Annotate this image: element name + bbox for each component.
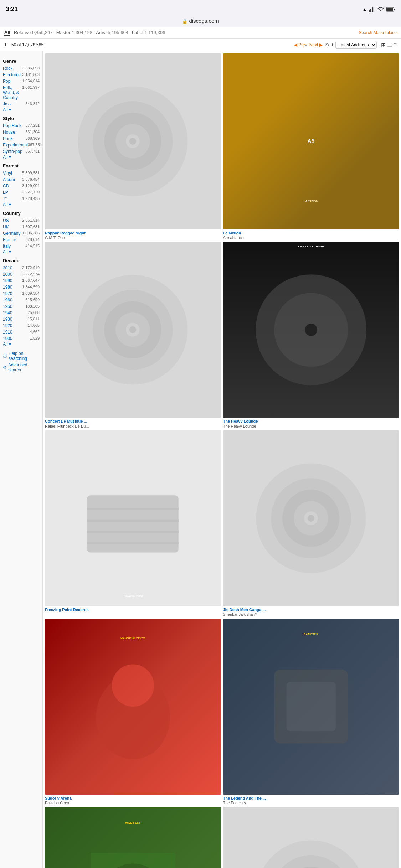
list-item[interactable]: PASSION COCO Sudor y Arena Passion Coco [45,619,221,805]
style-all[interactable]: All ▾ [3,155,40,160]
sidebar-item-poprock[interactable]: Pop Rock 577,251 [3,123,40,129]
sidebar-item-album[interactable]: Album 3,576,454 [3,176,40,183]
sort-label: Sort [325,42,333,47]
sidebar-item-folk[interactable]: Folk, World, & Country 1,061,997 [3,84,40,101]
sidebar-item-2010[interactable]: 2010 2,172,919 [3,265,40,271]
svg-rect-2 [372,7,373,12]
item-title: The Legend And The ... [223,796,399,801]
sidebar-item-pop[interactable]: Pop 1,954,614 [3,78,40,84]
album-cover [45,53,221,229]
sidebar-item-1930[interactable]: 1930 15,811 [3,316,40,322]
sidebar-item-1960[interactable]: 1960 615,699 [3,297,40,303]
list-item[interactable]: Rappin' Reggae Night G.M.T. One [45,53,221,240]
help-icon: ⓘ [3,353,7,359]
item-artist: Armablanca [223,236,399,240]
sidebar-item-1980[interactable]: 1980 1,344,599 [3,284,40,290]
svg-rect-3 [373,7,374,12]
format-title: Format [3,163,40,169]
album-cover [223,807,399,868]
list-item[interactable]: Die Story Von Der Bla... Hein Riess [223,807,399,868]
tab-release[interactable]: Release 9,459,247 [14,30,53,35]
wifi-icon [377,7,384,12]
album-cover: PASSION COCO [45,619,221,795]
sidebar-item-1970[interactable]: 1970 1,039,384 [3,290,40,297]
album-cover [45,242,221,418]
sidebar-item-italy[interactable]: Italy 414,515 [3,243,40,249]
album-cover: A5 LA MISION [223,53,399,229]
sidebar-item-1990[interactable]: 1990 1,867,647 [3,278,40,284]
country-all[interactable]: All ▾ [3,249,40,254]
sidebar-item-2000[interactable]: 2000 2,272,574 [3,271,40,278]
item-title: The Heavy Lounge [223,419,399,424]
search-tabs: All Release 9,459,247 Master 1,304,128 A… [0,27,401,39]
album-cover [223,430,399,606]
tab-artist[interactable]: Artist 5,195,904 [96,30,128,35]
list-item[interactable]: FREEZING POINT Freezing Point Records [45,430,221,617]
main-layout: Genre Rock 3,686,653 Electronic 3,181,80… [0,51,401,868]
list-item[interactable]: WILD FEST Wild West Show The Tubes [45,807,221,868]
next-button[interactable]: Next ▶ [309,42,323,47]
item-title: La Misión [223,231,399,236]
advanced-search-link[interactable]: ⚙ Advanced search [3,362,40,372]
svg-rect-0 [369,10,370,12]
format-all[interactable]: All ▾ [3,202,40,207]
item-title: Concert De Musique ... [45,419,221,424]
tab-all[interactable]: All [4,30,10,36]
marketplace-button[interactable]: Search Marketplace [359,30,397,35]
item-title: Jis Desh Men Ganga ... [223,607,399,612]
sidebar-item-1940[interactable]: 1940 25,688 [3,310,40,316]
sidebar-item-experimental[interactable]: Experimental 367,851 [3,142,40,148]
detail-view-icon[interactable]: ≡ [394,42,397,48]
sidebar-item-rock[interactable]: Rock 3,686,653 [3,65,40,72]
tab-master[interactable]: Master 1,304,128 [56,30,92,35]
item-title: Rappin' Reggae Night [45,231,221,236]
genre-all[interactable]: All ▾ [3,107,40,112]
sidebar-item-1950[interactable]: 1950 188,285 [3,303,40,310]
sidebar-item-punk[interactable]: Punk 368,969 [3,135,40,142]
svg-point-12 [129,138,136,145]
sidebar-item-1900[interactable]: 1900 1,529 [3,335,40,342]
list-item[interactable]: A5 LA MISION La Misión Armablanca [223,53,399,240]
results-grid: Rappin' Reggae Night G.M.T. One A5 LA MI… [45,53,399,868]
item-title: Freezing Point Records [45,607,221,612]
results-header: 1 – 50 of 17,078,585 ◀ Prev Next ▶ Sort … [0,39,401,51]
sidebar-item-vinyl[interactable]: Vinyl 5,399,581 [3,170,40,176]
list-view-icon[interactable]: ☰ [387,42,392,48]
sidebar-item-house[interactable]: House 531,304 [3,129,40,135]
grid-view-icon[interactable]: ⊞ [381,42,386,48]
sidebar-help: ⓘ Help on searching ⚙ Advanced search [3,351,40,372]
location-icon: ▲ [363,7,367,12]
sidebar-item-synthpop[interactable]: Synth-pop 367,731 [3,148,40,155]
svg-rect-1 [370,9,371,12]
sidebar-item-france[interactable]: France 528,014 [3,237,40,243]
list-item[interactable]: Jis Desh Men Ganga ... Shankar Jaikishan… [223,430,399,617]
list-item[interactable]: HEAVY LOUNGE The Heavy Lounge The Heavy … [223,242,399,428]
prev-button[interactable]: ◀ Prev [294,42,307,47]
svg-rect-36 [286,682,335,731]
sidebar-item-electronic[interactable]: Electronic 3,181,803 [3,72,40,78]
item-artist: Shankar Jaikishan* [223,612,399,616]
help-searching-link[interactable]: ⓘ Help on searching [3,351,40,361]
album-cover: FREEZING POINT [45,430,221,606]
decade-all[interactable]: All ▾ [3,342,40,347]
sidebar-item-germany[interactable]: Germany 1,006,386 [3,230,40,237]
album-cover: WILD FEST [45,807,221,868]
sidebar-item-jazz[interactable]: Jazz 846,842 [3,101,40,107]
battery-icon [386,7,395,12]
item-artist: Passion Coco [45,801,221,805]
sidebar-item-uk[interactable]: UK 1,507,681 [3,224,40,230]
svg-point-32 [308,515,314,522]
sidebar-item-us[interactable]: US 2,651,514 [3,217,40,224]
sidebar-item-cd[interactable]: CD 3,129,004 [3,183,40,189]
sort-select[interactable]: Latest Additions [335,41,377,49]
tab-label[interactable]: Label 1,119,306 [132,30,165,35]
genre-title: Genre [3,58,40,64]
sidebar-item-1910[interactable]: 1910 4,662 [3,329,40,335]
list-item[interactable]: RARITIES The Legend And The ... The Pole… [223,619,399,805]
sidebar-item-7inch[interactable]: 7" 1,928,435 [3,196,40,202]
status-icons: ▲ [363,7,395,12]
sidebar-item-lp[interactable]: LP 2,227,120 [3,189,40,196]
list-item[interactable]: Concert De Musique ... Rafael Frühbeck D… [45,242,221,428]
sidebar-item-1920[interactable]: 1920 14,665 [3,322,40,329]
address-bar[interactable]: 🔒 discogs.com [0,16,401,27]
